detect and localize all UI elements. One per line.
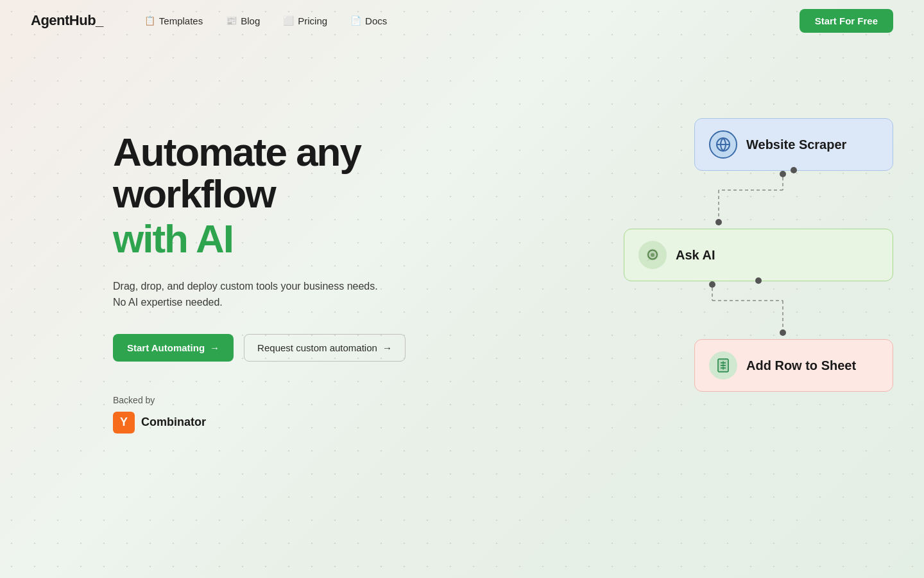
hero-title-green: with AI bbox=[113, 217, 406, 261]
nav-label-blog: Blog bbox=[241, 15, 260, 26]
docs-icon: 📄 bbox=[350, 15, 361, 26]
start-free-button[interactable]: Start For Free bbox=[800, 9, 893, 33]
nav-label-templates: Templates bbox=[159, 15, 203, 26]
request-custom-label: Request custom automation bbox=[257, 342, 377, 353]
nav-links: 📋 Templates 📰 Blog ⬜ Pricing 📄 Docs bbox=[134, 10, 800, 31]
connector-ai-sheet bbox=[624, 281, 893, 339]
workflow-diagram: Website Scraper bbox=[624, 118, 893, 392]
blog-icon: 📰 bbox=[226, 15, 237, 26]
hero-sub-line1: Drag, drop, and deploy custom tools your… bbox=[113, 281, 378, 292]
nav-link-pricing[interactable]: ⬜ Pricing bbox=[273, 10, 338, 31]
backed-label: Backed by bbox=[113, 395, 406, 405]
hero-section: Automate any workflow with AI Drag, drop… bbox=[0, 41, 924, 578]
ai-label: Ask AI bbox=[676, 248, 715, 263]
hero-subtitle: Drag, drop, and deploy custom tools your… bbox=[113, 279, 406, 311]
hero-content: Automate any workflow with AI Drag, drop… bbox=[113, 92, 406, 434]
nav-link-docs[interactable]: 📄 Docs bbox=[340, 10, 397, 31]
sheet-icon bbox=[709, 351, 737, 380]
start-automating-button[interactable]: Start Automating → bbox=[113, 334, 234, 362]
logo[interactable]: AgentHub_ bbox=[31, 12, 103, 29]
yc-name: Combinator bbox=[141, 416, 206, 429]
node-website-scraper: Website Scraper bbox=[694, 118, 893, 171]
pricing-icon: ⬜ bbox=[283, 15, 294, 26]
svg-point-6 bbox=[715, 219, 722, 225]
navbar: AgentHub_ 📋 Templates 📰 Blog ⬜ Pricing 📄… bbox=[0, 0, 924, 41]
nav-label-docs: Docs bbox=[365, 15, 387, 26]
hero-title-line1: Automate any bbox=[113, 130, 361, 174]
ai-icon bbox=[638, 241, 667, 269]
scraper-icon bbox=[709, 130, 737, 159]
sheet-label: Add Row to Sheet bbox=[746, 358, 856, 373]
start-automating-label: Start Automating bbox=[127, 342, 205, 353]
hero-sub-line2: No AI expertise needed. bbox=[113, 297, 223, 308]
yc-badge: Y Combinator bbox=[113, 412, 406, 434]
nav-label-pricing: Pricing bbox=[298, 15, 327, 26]
svg-point-2 bbox=[780, 171, 786, 177]
request-custom-button[interactable]: Request custom automation → bbox=[244, 334, 406, 362]
nav-cta: Start For Free bbox=[800, 9, 893, 33]
svg-point-7 bbox=[651, 253, 654, 257]
nav-link-templates[interactable]: 📋 Templates bbox=[134, 10, 213, 31]
node-add-row: Add Row to Sheet bbox=[694, 339, 893, 392]
start-arrow-icon: → bbox=[210, 342, 219, 353]
node-ask-ai: Ask AI bbox=[624, 229, 893, 281]
hero-title-line2: workflow bbox=[113, 171, 275, 216]
nav-link-blog[interactable]: 📰 Blog bbox=[216, 10, 270, 31]
templates-icon: 📋 bbox=[144, 15, 155, 26]
scraper-label: Website Scraper bbox=[746, 137, 846, 152]
backed-by-section: Backed by Y Combinator bbox=[113, 395, 406, 434]
svg-point-12 bbox=[780, 329, 786, 336]
connector-scraper-ai bbox=[624, 171, 893, 229]
hero-title: Automate any workflow bbox=[113, 131, 406, 215]
hero-buttons: Start Automating → Request custom automa… bbox=[113, 334, 406, 362]
request-arrow-icon: → bbox=[382, 342, 392, 353]
yc-logo: Y bbox=[113, 412, 135, 434]
svg-point-8 bbox=[709, 281, 715, 288]
